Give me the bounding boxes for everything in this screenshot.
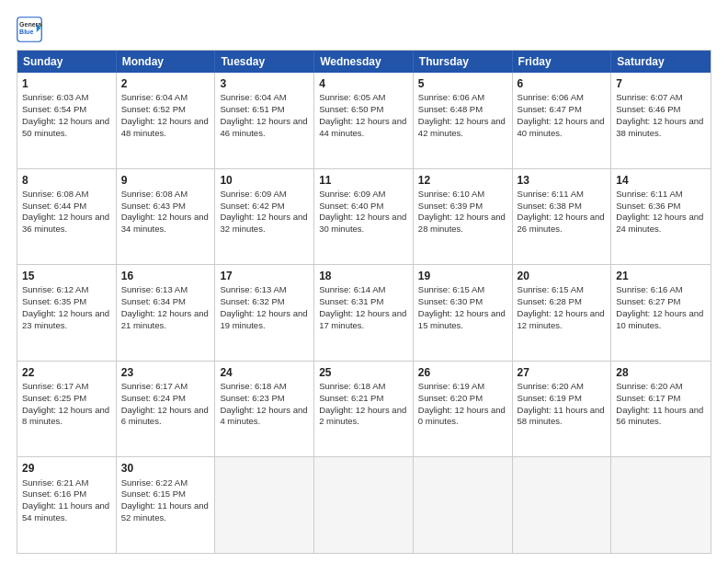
- daylight-text: Daylight: 12 hours and 38 minutes.: [616, 116, 703, 138]
- sunset-text: Sunset: 6:20 PM: [418, 393, 483, 403]
- sunset-text: Sunset: 6:39 PM: [418, 201, 483, 211]
- table-row: 12Sunrise: 6:10 AMSunset: 6:39 PMDayligh…: [414, 169, 513, 265]
- daylight-text: Daylight: 12 hours and 30 minutes.: [319, 212, 406, 234]
- header-saturday: Saturday: [611, 51, 711, 73]
- header-friday: Friday: [513, 51, 612, 73]
- sunrise-text: Sunrise: 6:17 AM: [121, 381, 188, 391]
- sunset-text: Sunset: 6:36 PM: [616, 201, 680, 211]
- sunrise-text: Sunrise: 6:22 AM: [121, 477, 188, 488]
- sunset-text: Sunset: 6:44 PM: [22, 201, 86, 211]
- calendar-row-2: 15Sunrise: 6:12 AMSunset: 6:35 PMDayligh…: [17, 264, 711, 361]
- daylight-text: Daylight: 12 hours and 0 minutes.: [418, 405, 506, 427]
- calendar-page: General Blue Sunday Monday Tuesday Wedne…: [0, 0, 728, 563]
- daylight-text: Daylight: 12 hours and 21 minutes.: [121, 308, 209, 330]
- table-row: 19Sunrise: 6:15 AMSunset: 6:30 PMDayligh…: [414, 265, 513, 361]
- table-row: 14Sunrise: 6:11 AMSunset: 6:36 PMDayligh…: [611, 169, 711, 265]
- daylight-text: Daylight: 12 hours and 10 minutes.: [616, 308, 703, 330]
- header-tuesday: Tuesday: [215, 51, 314, 73]
- day-number: 7: [616, 76, 706, 91]
- daylight-text: Daylight: 11 hours and 54 minutes.: [22, 500, 109, 523]
- table-row: 24Sunrise: 6:18 AMSunset: 6:23 PMDayligh…: [215, 362, 314, 457]
- sunset-text: Sunset: 6:40 PM: [319, 201, 383, 211]
- table-row: 4Sunrise: 6:05 AMSunset: 6:50 PMDaylight…: [314, 73, 414, 168]
- table-row: 2Sunrise: 6:04 AMSunset: 6:52 PMDaylight…: [117, 73, 216, 168]
- day-number: 5: [418, 76, 507, 91]
- day-number: 6: [518, 76, 607, 91]
- sunrise-text: Sunrise: 6:09 AM: [220, 189, 286, 199]
- daylight-text: Daylight: 12 hours and 26 minutes.: [518, 212, 605, 234]
- sunrise-text: Sunrise: 6:03 AM: [22, 92, 88, 102]
- sunrise-text: Sunrise: 6:19 AM: [418, 381, 484, 391]
- daylight-text: Daylight: 12 hours and 12 minutes.: [518, 308, 605, 330]
- table-row: 23Sunrise: 6:17 AMSunset: 6:24 PMDayligh…: [117, 362, 216, 457]
- sunset-text: Sunset: 6:25 PM: [22, 393, 86, 403]
- sunrise-text: Sunrise: 6:17 AM: [22, 381, 88, 391]
- table-row: 9Sunrise: 6:08 AMSunset: 6:43 PMDaylight…: [117, 169, 216, 265]
- table-row: 10Sunrise: 6:09 AMSunset: 6:42 PMDayligh…: [215, 169, 314, 265]
- sunrise-text: Sunrise: 6:11 AM: [616, 189, 682, 199]
- sunset-text: Sunset: 6:38 PM: [518, 201, 582, 211]
- sunset-text: Sunset: 6:24 PM: [121, 393, 186, 403]
- daylight-text: Daylight: 12 hours and 28 minutes.: [418, 212, 506, 234]
- sunrise-text: Sunrise: 6:08 AM: [22, 189, 88, 199]
- table-row: [414, 457, 513, 553]
- daylight-text: Daylight: 12 hours and 15 minutes.: [418, 308, 506, 330]
- table-row: 17Sunrise: 6:13 AMSunset: 6:32 PMDayligh…: [215, 265, 314, 361]
- day-number: 15: [22, 269, 111, 283]
- day-number: 2: [121, 76, 210, 91]
- header-monday: Monday: [117, 51, 216, 73]
- svg-text:Blue: Blue: [19, 29, 33, 35]
- daylight-text: Daylight: 11 hours and 58 minutes.: [518, 405, 605, 427]
- sunrise-text: Sunrise: 6:16 AM: [616, 284, 682, 294]
- day-number: 13: [518, 173, 607, 188]
- sunrise-text: Sunrise: 6:11 AM: [518, 189, 584, 199]
- daylight-text: Daylight: 12 hours and 2 minutes.: [319, 405, 406, 427]
- table-row: 1Sunrise: 6:03 AMSunset: 6:54 PMDaylight…: [17, 73, 117, 168]
- day-number: 12: [418, 173, 507, 188]
- table-row: 13Sunrise: 6:11 AMSunset: 6:38 PMDayligh…: [513, 169, 612, 265]
- table-row: [513, 457, 612, 553]
- table-row: [215, 457, 314, 553]
- day-number: 16: [121, 269, 210, 283]
- sunrise-text: Sunrise: 6:12 AM: [22, 284, 88, 294]
- sunset-text: Sunset: 6:51 PM: [220, 104, 284, 114]
- day-number: 29: [22, 461, 111, 476]
- sunrise-text: Sunrise: 6:15 AM: [418, 284, 484, 294]
- sunset-text: Sunset: 6:19 PM: [518, 393, 582, 403]
- sunset-text: Sunset: 6:35 PM: [22, 296, 86, 306]
- calendar-row-1: 8Sunrise: 6:08 AMSunset: 6:44 PMDaylight…: [17, 168, 711, 265]
- table-row: 28Sunrise: 6:20 AMSunset: 6:17 PMDayligh…: [611, 362, 711, 457]
- day-number: 19: [418, 269, 507, 283]
- day-number: 20: [518, 269, 607, 283]
- sunrise-text: Sunrise: 6:04 AM: [121, 92, 188, 102]
- sunrise-text: Sunrise: 6:21 AM: [22, 477, 88, 488]
- sunrise-text: Sunrise: 6:15 AM: [518, 284, 584, 294]
- sunrise-text: Sunrise: 6:07 AM: [616, 92, 682, 102]
- table-row: 25Sunrise: 6:18 AMSunset: 6:21 PMDayligh…: [314, 362, 414, 457]
- sunset-text: Sunset: 6:23 PM: [220, 393, 284, 403]
- sunset-text: Sunset: 6:30 PM: [418, 296, 483, 306]
- sunset-text: Sunset: 6:28 PM: [518, 296, 582, 306]
- header-sunday: Sunday: [17, 51, 117, 73]
- sunset-text: Sunset: 6:17 PM: [616, 393, 680, 403]
- sunset-text: Sunset: 6:50 PM: [319, 104, 383, 114]
- sunset-text: Sunset: 6:43 PM: [121, 201, 186, 211]
- day-number: 4: [319, 76, 408, 91]
- daylight-text: Daylight: 12 hours and 4 minutes.: [220, 405, 307, 427]
- day-number: 3: [220, 76, 309, 91]
- calendar-row-0: 1Sunrise: 6:03 AMSunset: 6:54 PMDaylight…: [17, 73, 711, 168]
- day-number: 1: [22, 76, 111, 91]
- table-row: 15Sunrise: 6:12 AMSunset: 6:35 PMDayligh…: [17, 265, 117, 361]
- header: General Blue: [17, 17, 711, 42]
- header-thursday: Thursday: [414, 51, 513, 73]
- sunset-text: Sunset: 6:32 PM: [220, 296, 284, 306]
- table-row: [611, 457, 711, 553]
- sunrise-text: Sunrise: 6:20 AM: [616, 381, 682, 391]
- sunset-text: Sunset: 6:46 PM: [616, 104, 680, 114]
- table-row: 22Sunrise: 6:17 AMSunset: 6:25 PMDayligh…: [17, 362, 117, 457]
- sunset-text: Sunset: 6:47 PM: [518, 104, 582, 114]
- sunrise-text: Sunrise: 6:18 AM: [220, 381, 286, 391]
- daylight-text: Daylight: 12 hours and 24 minutes.: [616, 212, 703, 234]
- logo: General Blue: [17, 17, 42, 42]
- daylight-text: Daylight: 12 hours and 40 minutes.: [518, 116, 605, 138]
